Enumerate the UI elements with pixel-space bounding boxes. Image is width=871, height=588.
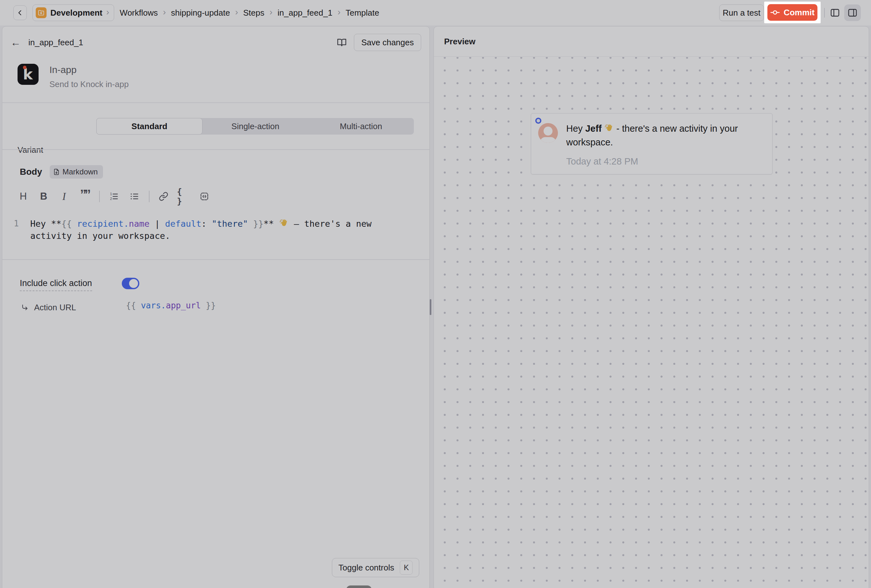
breadcrumb-trail: Workflows › shipping-update › Steps › in… <box>120 7 379 18</box>
svg-text:1: 1 <box>110 192 112 196</box>
panel-right-icon <box>847 7 858 18</box>
preview-header: Preview <box>434 27 869 57</box>
back-button[interactable] <box>13 5 27 20</box>
body-label: Body <box>20 167 42 177</box>
heading-button[interactable]: H <box>16 189 30 204</box>
run-test-button[interactable]: Run a test <box>719 4 764 21</box>
editor-line-number: 1 <box>2 217 30 242</box>
ordered-list-button[interactable]: 12 <box>107 189 121 204</box>
variant-option-standard[interactable]: Standard <box>96 118 202 135</box>
panel-back-button[interactable]: ← <box>10 37 21 48</box>
file-down-icon <box>53 168 60 175</box>
markdown-label: Markdown <box>63 168 98 177</box>
topbar-divider <box>824 8 825 18</box>
commit-button[interactable]: Commit <box>768 4 817 21</box>
toolbar-divider <box>149 191 150 202</box>
breadcrumb-steps[interactable]: Steps <box>243 8 265 18</box>
preview-title: Preview <box>444 37 475 46</box>
breadcrumb-separator-icon: › <box>269 7 272 18</box>
channel-info: k In-app Send to Knock in-app <box>18 64 129 89</box>
code-editor[interactable]: 1 Hey **{{ recipient.name | default: "th… <box>2 217 430 242</box>
variant-option-multi-action[interactable]: Multi-action <box>308 118 414 135</box>
code-block-button[interactable] <box>198 189 211 204</box>
breadcrumb: Development › Workflows › shipping-updat… <box>13 0 379 25</box>
shortcut-key-badge: K <box>400 561 413 575</box>
toolbar-divider <box>99 191 100 202</box>
include-click-action-label: Include click action <box>20 278 92 291</box>
top-bar: Development › Workflows › shipping-updat… <box>0 0 871 25</box>
left-panel-toggle-button[interactable] <box>829 7 840 18</box>
hidden-bottom-button[interactable] <box>346 585 372 588</box>
message-suffix-line1: - there's a new activity in your <box>614 123 738 134</box>
template-editor-panel: ← in_app_feed_1 Save changes k In-app Se… <box>2 26 430 588</box>
divider <box>2 259 430 260</box>
breadcrumb-separator-icon: › <box>163 7 166 18</box>
divider <box>2 102 430 103</box>
toggle-knob <box>129 279 138 288</box>
message-suffix-line2: workspace. <box>566 137 613 147</box>
link-button[interactable] <box>157 189 171 204</box>
italic-button[interactable]: I <box>57 189 71 204</box>
breadcrumb-template[interactable]: Template <box>346 8 379 18</box>
variant-option-single-action[interactable]: Single-action <box>202 118 308 135</box>
step-title: in_app_feed_1 <box>28 37 83 48</box>
avatar <box>538 123 558 143</box>
editor-content[interactable]: Hey **{{ recipient.name | default: "ther… <box>30 217 407 242</box>
blockquote-button[interactable]: ”” <box>78 189 91 204</box>
recipient-name: Jeff <box>585 123 602 134</box>
docs-button[interactable] <box>337 37 347 48</box>
formatting-toolbar: H B I ”” 12 { } <box>16 189 218 204</box>
bullet-list-button[interactable] <box>127 189 141 204</box>
commit-label: Commit <box>784 7 814 18</box>
toggle-controls-button[interactable]: Toggle controls K <box>332 558 419 577</box>
notification-card: Hey Jeff - there's a new activity in you… <box>531 113 772 174</box>
message-prefix: Hey <box>566 123 585 134</box>
environment-folder-icon <box>36 7 46 18</box>
environment-pill[interactable]: Development › <box>33 4 114 21</box>
notification-message: Hey Jeff - there's a new activity in you… <box>566 122 763 149</box>
wave-emoji-icon <box>604 124 614 133</box>
commit-icon <box>770 7 780 17</box>
preview-panel: Preview Hey Jeff - there's a new activit… <box>434 26 869 588</box>
notification-timestamp: Today at 4:28 PM <box>566 156 763 167</box>
book-open-icon <box>337 37 347 48</box>
panel-left-icon <box>829 7 840 18</box>
variable-braces-button[interactable]: { } <box>177 189 191 204</box>
breadcrumb-separator-icon: › <box>338 7 341 18</box>
avatar-body-shape <box>540 137 556 143</box>
bold-button[interactable]: B <box>37 189 51 204</box>
svg-text:2: 2 <box>110 197 112 200</box>
variant-label: Variant <box>18 145 43 155</box>
bullet-list-icon <box>129 192 139 201</box>
panel-resize-handle[interactable] <box>430 299 431 315</box>
click-action-toggle[interactable] <box>122 278 139 289</box>
action-url-label: Action URL <box>34 302 76 313</box>
environment-label: Development <box>50 8 102 18</box>
toggle-controls-label: Toggle controls <box>338 563 394 573</box>
commit-spotlight: Commit <box>764 1 821 23</box>
action-url-value[interactable]: {{ vars.app_url }} <box>126 301 216 310</box>
knock-logo-dot <box>23 66 27 69</box>
editor-panel-header: ← in_app_feed_1 Save changes <box>2 27 430 58</box>
breadcrumb-workflow-key[interactable]: shipping-update <box>171 8 230 18</box>
divider <box>2 149 430 150</box>
unread-indicator <box>535 118 541 124</box>
right-panel-toggle-button[interactable] <box>844 4 861 21</box>
save-changes-button[interactable]: Save changes <box>354 34 421 51</box>
ordered-list-icon: 12 <box>109 192 118 201</box>
chevron-left-icon <box>17 10 23 16</box>
avatar-head-shape <box>543 127 552 136</box>
variant-segmented-control: Standard Single-action Multi-action <box>96 118 414 135</box>
channel-title: In-app <box>49 64 129 75</box>
breadcrumb-step-key[interactable]: in_app_feed_1 <box>278 8 332 18</box>
code-block-icon <box>200 192 209 201</box>
channel-description: Send to Knock in-app <box>49 79 129 89</box>
action-url-row: Action URL <box>21 302 76 313</box>
link-icon <box>159 192 168 201</box>
markdown-format-badge[interactable]: Markdown <box>50 165 103 178</box>
chevron-down-icon: › <box>106 7 109 18</box>
corner-down-right-icon <box>21 304 29 312</box>
breadcrumb-workflows[interactable]: Workflows <box>120 8 158 18</box>
knock-logo: k <box>18 64 39 85</box>
wave-emoji-icon <box>279 219 289 228</box>
